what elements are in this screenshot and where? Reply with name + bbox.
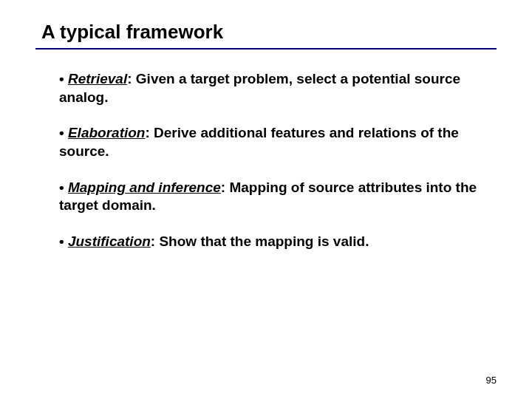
term-label: Justification bbox=[68, 233, 151, 249]
bullet-elaboration: • Elaboration: Derive additional feature… bbox=[59, 124, 482, 160]
slide-container: A typical framework • Retrieval: Given a… bbox=[0, 0, 532, 399]
bullet-dot: • bbox=[59, 125, 68, 140]
bullet-mapping: • Mapping and inference: Mapping of sour… bbox=[59, 179, 482, 215]
bullet-dot: • bbox=[59, 233, 68, 249]
slide-title: A typical framework bbox=[35, 21, 497, 44]
title-underline bbox=[35, 48, 497, 50]
page-number: 95 bbox=[486, 375, 497, 386]
term-label: Retrieval bbox=[68, 71, 127, 86]
bullet-justification: • Justification: Show that the mapping i… bbox=[59, 233, 482, 251]
bullet-dot: • bbox=[59, 180, 68, 195]
term-label: Mapping and inference bbox=[68, 180, 221, 195]
content-area: • Retrieval: Given a target problem, sel… bbox=[35, 70, 497, 251]
bullet-dot: • bbox=[59, 71, 68, 86]
term-desc: : Show that the mapping is valid. bbox=[151, 233, 369, 249]
term-label: Elaboration bbox=[68, 125, 146, 140]
bullet-retrieval: • Retrieval: Given a target problem, sel… bbox=[59, 70, 482, 106]
